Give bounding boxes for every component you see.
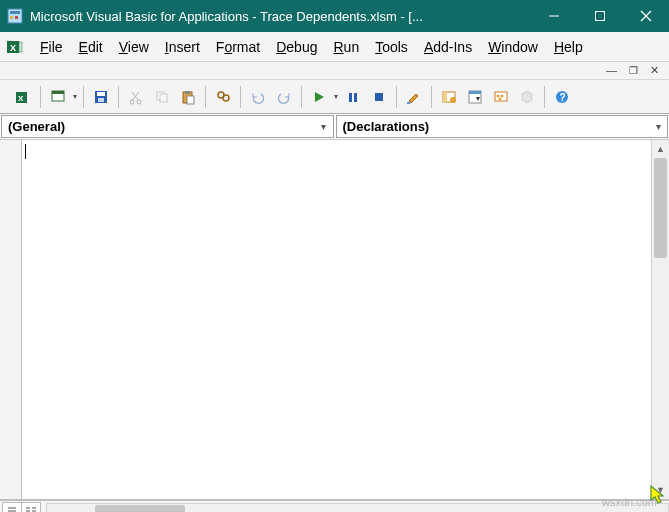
svg-rect-14 bbox=[52, 91, 64, 94]
mouse-cursor-icon bbox=[649, 484, 667, 510]
separator-icon bbox=[431, 86, 432, 108]
svg-rect-37 bbox=[469, 91, 481, 94]
mdi-controls: — ❐ ✕ bbox=[0, 62, 669, 80]
svg-point-41 bbox=[499, 97, 502, 100]
svg-rect-1 bbox=[10, 11, 20, 14]
design-mode-icon[interactable] bbox=[402, 85, 426, 109]
separator-icon bbox=[205, 86, 206, 108]
menu-view[interactable]: View bbox=[111, 35, 157, 59]
separator-icon bbox=[544, 86, 545, 108]
svg-rect-32 bbox=[407, 102, 410, 104]
svg-text:X: X bbox=[18, 94, 24, 103]
excel-icon[interactable]: X bbox=[6, 38, 24, 56]
maximize-button[interactable] bbox=[577, 0, 623, 32]
insert-userform-icon[interactable] bbox=[46, 85, 70, 109]
separator-icon bbox=[118, 86, 119, 108]
paste-icon[interactable] bbox=[176, 85, 200, 109]
menu-format[interactable]: Format bbox=[208, 35, 268, 59]
help-icon[interactable]: ? bbox=[550, 85, 574, 109]
horizontal-scrollbar[interactable] bbox=[46, 503, 669, 513]
undo-icon[interactable] bbox=[246, 85, 270, 109]
title-bar: Microsoft Visual Basic for Applications … bbox=[0, 0, 669, 32]
svg-point-35 bbox=[450, 97, 456, 103]
mdi-close-button[interactable]: ✕ bbox=[650, 65, 659, 76]
scroll-up-icon[interactable]: ▲ bbox=[652, 140, 669, 158]
svg-point-28 bbox=[223, 95, 229, 101]
toolbox-icon[interactable] bbox=[515, 85, 539, 109]
close-button[interactable] bbox=[623, 0, 669, 32]
vba-app-icon bbox=[6, 7, 24, 25]
full-module-view-button[interactable] bbox=[21, 502, 41, 513]
separator-icon bbox=[83, 86, 84, 108]
view-excel-icon[interactable]: X bbox=[11, 85, 35, 109]
minimize-button[interactable] bbox=[531, 0, 577, 32]
svg-rect-31 bbox=[375, 93, 383, 101]
run-icon[interactable] bbox=[307, 85, 331, 109]
scroll-thumb[interactable] bbox=[95, 505, 185, 513]
copy-icon[interactable] bbox=[150, 85, 174, 109]
standard-toolbar: X ▾ ▾ ? bbox=[0, 80, 669, 114]
cut-icon[interactable] bbox=[124, 85, 148, 109]
menu-help[interactable]: Help bbox=[546, 35, 591, 59]
separator-icon bbox=[240, 86, 241, 108]
separator-icon bbox=[40, 86, 41, 108]
svg-rect-5 bbox=[596, 12, 605, 21]
menu-bar: X File Edit View Insert Format Debug Run… bbox=[0, 32, 669, 62]
code-editor: ▲ ▼ bbox=[0, 140, 669, 500]
svg-point-40 bbox=[501, 94, 504, 97]
svg-text:?: ? bbox=[560, 92, 566, 103]
procedure-combo[interactable]: (Declarations) ▾ bbox=[336, 115, 669, 138]
svg-rect-16 bbox=[97, 92, 105, 96]
save-icon[interactable] bbox=[89, 85, 113, 109]
svg-rect-2 bbox=[10, 16, 13, 19]
separator-icon bbox=[396, 86, 397, 108]
find-icon[interactable] bbox=[211, 85, 235, 109]
chevron-down-icon: ▾ bbox=[649, 121, 667, 132]
svg-rect-29 bbox=[349, 93, 352, 102]
object-combo-text: (General) bbox=[2, 119, 315, 134]
project-explorer-icon[interactable] bbox=[437, 85, 461, 109]
scroll-track[interactable] bbox=[652, 158, 669, 481]
svg-rect-25 bbox=[185, 91, 190, 94]
svg-rect-30 bbox=[354, 93, 357, 102]
mdi-restore-button[interactable]: ❐ bbox=[629, 65, 638, 76]
svg-rect-26 bbox=[187, 96, 194, 104]
view-strip bbox=[0, 500, 669, 512]
svg-text:X: X bbox=[10, 43, 16, 53]
chevron-down-icon: ▾ bbox=[315, 121, 333, 132]
redo-icon[interactable] bbox=[272, 85, 296, 109]
vertical-scrollbar[interactable]: ▲ ▼ bbox=[651, 140, 669, 499]
svg-rect-23 bbox=[160, 94, 167, 102]
code-body[interactable] bbox=[22, 140, 651, 499]
insert-dropdown-icon[interactable]: ▾ bbox=[71, 92, 79, 101]
break-icon[interactable] bbox=[341, 85, 365, 109]
procedure-combo-text: (Declarations) bbox=[337, 119, 650, 134]
properties-window-icon[interactable] bbox=[463, 85, 487, 109]
mdi-minimize-button[interactable]: — bbox=[606, 65, 617, 76]
menu-tools[interactable]: Tools bbox=[367, 35, 416, 59]
run-dropdown-icon[interactable]: ▾ bbox=[332, 92, 340, 101]
scroll-thumb[interactable] bbox=[654, 158, 667, 258]
svg-rect-34 bbox=[443, 92, 447, 102]
svg-rect-10 bbox=[19, 42, 22, 52]
object-browser-icon[interactable] bbox=[489, 85, 513, 109]
svg-rect-17 bbox=[98, 98, 104, 102]
separator-icon bbox=[301, 86, 302, 108]
menu-insert[interactable]: Insert bbox=[157, 35, 208, 59]
code-dropdown-row: (General) ▾ (Declarations) ▾ bbox=[0, 114, 669, 140]
window-title: Microsoft Visual Basic for Applications … bbox=[30, 9, 531, 24]
menu-debug[interactable]: Debug bbox=[268, 35, 325, 59]
code-margin bbox=[0, 140, 22, 499]
menu-file[interactable]: File bbox=[32, 35, 71, 59]
menu-edit[interactable]: Edit bbox=[71, 35, 111, 59]
object-combo[interactable]: (General) ▾ bbox=[1, 115, 334, 138]
menu-addins[interactable]: Add-Ins bbox=[416, 35, 480, 59]
svg-point-39 bbox=[497, 94, 500, 97]
window-controls bbox=[531, 0, 669, 32]
svg-rect-3 bbox=[15, 16, 18, 19]
menu-window[interactable]: Window bbox=[480, 35, 546, 59]
reset-icon[interactable] bbox=[367, 85, 391, 109]
text-caret bbox=[25, 144, 26, 159]
procedure-view-button[interactable] bbox=[2, 502, 22, 513]
menu-run[interactable]: Run bbox=[325, 35, 367, 59]
